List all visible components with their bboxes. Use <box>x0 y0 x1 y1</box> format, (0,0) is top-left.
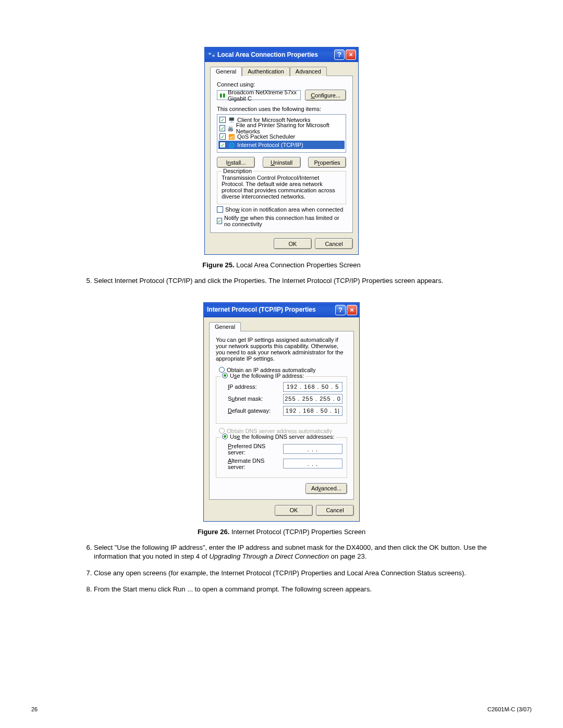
qos-icon: 📶 <box>228 133 235 140</box>
doc-id: C2601M-C (3/07) <box>487 706 532 712</box>
ip-address-field[interactable]: 192 . 168 . 50 . 5 <box>283 382 342 392</box>
titlebar[interactable]: Local Area Connection Properties ? × <box>205 47 358 62</box>
radio-use-dns[interactable]: Use the following DNS server addresses: <box>221 434 336 440</box>
ok-button[interactable]: OK <box>275 505 313 516</box>
tab-advanced[interactable]: Advanced <box>290 67 327 76</box>
tcpip-icon: 🌐 <box>228 142 235 148</box>
radio-icon <box>222 373 228 378</box>
notify-label: Notify me when this connection has limit… <box>224 215 346 227</box>
tab-panel-general: You can get IP settings assigned automat… <box>209 331 354 500</box>
nic-name: Broadcom NetXtreme 57xx Gigabit C <box>228 89 298 102</box>
tab-general[interactable]: General <box>210 67 242 76</box>
page-footer: 26 C2601M-C (3/07) <box>31 706 532 712</box>
configure-button[interactable]: Configure... <box>305 90 346 101</box>
radio-icon <box>219 428 225 434</box>
preferred-dns-field[interactable]: . . . <box>283 444 342 454</box>
use-ip-group: Use the following IP address: IP address… <box>216 376 347 424</box>
tab-panel-general: Connect using: ▮▮ Broadcom NetXtreme 57x… <box>210 76 353 233</box>
svg-rect-1 <box>212 55 215 57</box>
checkbox-icon[interactable] <box>217 206 223 213</box>
help-button[interactable]: ? <box>334 50 345 60</box>
checkbox-icon[interactable]: ✓ <box>217 218 222 224</box>
step-5: Select Internet Protocol (TCP/IP) and cl… <box>94 276 506 286</box>
close-button[interactable]: × <box>346 50 356 60</box>
list-item-selected[interactable]: ✓ 🌐 Internet Protocol (TCP/IP) <box>218 141 345 149</box>
default-gateway-label: Default gateway: <box>228 408 283 414</box>
client-icon: 🖥️ <box>228 117 235 123</box>
page-number: 26 <box>31 706 38 712</box>
radio-use-ip[interactable]: Use the following IP address: <box>221 373 305 379</box>
titlebar[interactable]: Internet Protocol (TCP/IP) Properties ? … <box>204 303 359 317</box>
tcpip-properties-window: Internet Protocol (TCP/IP) Properties ? … <box>203 302 360 522</box>
checkbox-icon[interactable]: ✓ <box>219 117 226 123</box>
ok-button[interactable]: OK <box>274 238 312 249</box>
cancel-button[interactable]: Cancel <box>316 505 354 516</box>
notify-checkbox-row[interactable]: ✓ Notify me when this connection has lim… <box>217 215 346 227</box>
item-label: Internet Protocol (TCP/IP) <box>237 142 303 148</box>
tab-authentication[interactable]: Authentication <box>242 67 290 76</box>
checkbox-icon[interactable]: ✓ <box>219 133 226 140</box>
list-item[interactable]: ✓ 🖨️ File and Printer Sharing for Micros… <box>218 124 345 132</box>
window-title: Local Area Connection Properties <box>217 51 333 58</box>
item-label: File and Printer Sharing for Microsoft N… <box>236 122 344 134</box>
figure-25-caption: Figure 25. Local Area Connection Propert… <box>31 261 532 269</box>
radio-icon <box>219 367 225 373</box>
connection-items-list[interactable]: ✓ 🖥️ Client for Microsoft Networks ✓ 🖨️ … <box>217 114 346 153</box>
lac-properties-window: Local Area Connection Properties ? × Gen… <box>204 47 359 255</box>
description-legend: Description <box>222 168 253 174</box>
connect-using-label: Connect using: <box>217 81 346 88</box>
cancel-button[interactable]: Cancel <box>315 238 353 249</box>
show-icon-checkbox-row[interactable]: Show icon in notification area when conn… <box>217 206 346 213</box>
uninstall-button[interactable]: Uninstall <box>263 157 301 168</box>
alternate-dns-label: Alternate DNS server: <box>228 458 283 470</box>
window-title: Internet Protocol (TCP/IP) Properties <box>207 306 334 313</box>
item-label: QoS Packet Scheduler <box>237 133 295 140</box>
checkbox-icon[interactable]: ✓ <box>219 125 225 131</box>
network-icon <box>208 51 215 58</box>
nic-field[interactable]: ▮▮ Broadcom NetXtreme 57xx Gigabit C <box>217 90 301 100</box>
description-text: Transmission Control Protocol/Internet P… <box>222 175 341 200</box>
nic-icon: ▮▮ <box>219 92 226 98</box>
tab-general[interactable]: General <box>209 322 241 331</box>
figure-26-caption: Figure 26. Internet Protocol (TCP/IP) Pr… <box>31 528 532 536</box>
items-label: This connection uses the following items… <box>217 106 346 112</box>
default-gateway-field[interactable]: 192 . 168 . 50 . 1| <box>283 406 342 416</box>
use-dns-group: Use the following DNS server addresses: … <box>216 437 347 478</box>
step-8: From the Start menu click Run ... to ope… <box>94 585 506 594</box>
help-button[interactable]: ? <box>335 305 346 315</box>
radio-icon <box>222 434 228 439</box>
preferred-dns-label: Preferred DNS server: <box>228 443 283 455</box>
properties-button[interactable]: Properties <box>308 157 346 168</box>
description-group: Description Transmission Control Protoco… <box>217 171 346 204</box>
close-button[interactable]: × <box>347 305 357 315</box>
install-button[interactable]: Install... <box>217 157 255 168</box>
show-icon-label: Show icon in notification area when conn… <box>225 206 343 213</box>
svg-rect-0 <box>209 53 211 55</box>
share-icon: 🖨️ <box>227 125 234 131</box>
ip-address-label: IP address: <box>228 384 283 390</box>
advanced-button[interactable]: Advanced... <box>305 483 347 494</box>
alternate-dns-field[interactable]: . . . <box>283 459 342 468</box>
checkbox-icon[interactable]: ✓ <box>219 142 226 148</box>
step-6: Select "Use the following IP address", e… <box>94 543 506 561</box>
subnet-mask-field[interactable]: 255 . 255 . 255 . 0 <box>283 394 342 404</box>
step-7: Close any open screens (for example, the… <box>94 569 506 578</box>
intro-text: You can get IP settings assigned automat… <box>216 337 347 362</box>
subnet-mask-label: Subnet mask: <box>228 396 283 402</box>
